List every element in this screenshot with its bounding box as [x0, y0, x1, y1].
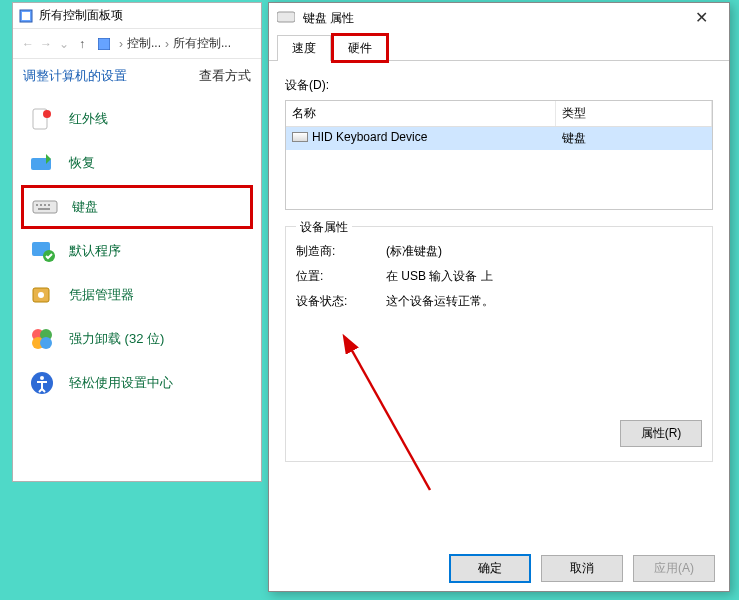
cp-item-credentials[interactable]: 凭据管理器: [21, 273, 253, 317]
explorer-titlebar: 所有控制面板项: [13, 3, 261, 29]
svg-rect-7: [36, 204, 38, 206]
cp-item-infrared[interactable]: 红外线: [21, 97, 253, 141]
tab-label: 硬件: [348, 41, 372, 55]
device-name: HID Keyboard Device: [312, 130, 427, 144]
tab-hardware[interactable]: 硬件: [333, 35, 387, 61]
svg-rect-1: [22, 12, 30, 20]
dialog-titlebar[interactable]: 键盘 属性 ✕: [269, 3, 729, 33]
explorer-subheader: 调整计算机的设置 查看方式: [13, 59, 261, 93]
prop-row-manufacturer: 制造商: (标准键盘): [296, 243, 702, 260]
recovery-icon: [29, 150, 55, 176]
cp-item-default-programs[interactable]: 默认程序: [21, 229, 253, 273]
svg-rect-6: [33, 201, 57, 213]
prop-row-status: 设备状态: 这个设备运转正常。: [296, 293, 702, 310]
cp-item-recovery[interactable]: 恢复: [21, 141, 253, 185]
device-row[interactable]: HID Keyboard Device 键盘: [286, 127, 712, 150]
svg-rect-2: [98, 38, 110, 50]
breadcrumb[interactable]: 所有控制...: [173, 35, 231, 52]
cp-item-label: 红外线: [69, 110, 108, 128]
control-panel-window: 所有控制面板项 ← → ⌄ ↑ › 控制... › 所有控制... 调整计算机的…: [12, 2, 262, 482]
device-name-cell: HID Keyboard Device: [286, 127, 556, 150]
forward-icon: →: [37, 37, 55, 51]
svg-point-4: [43, 110, 51, 118]
chevron-right-icon[interactable]: ›: [119, 37, 123, 51]
cp-item-ease-of-access[interactable]: 轻松使用设置中心: [21, 361, 253, 405]
dialog-body: 设备(D): 名称 类型 HID Keyboard Device 键盘 设备属性…: [269, 61, 729, 545]
prop-value: 在 USB 输入设备 上: [386, 268, 493, 285]
close-button[interactable]: ✕: [681, 4, 721, 32]
dialog-footer: 确定 取消 应用(A): [269, 545, 729, 591]
cp-item-uninstall[interactable]: 强力卸载 (32 位): [21, 317, 253, 361]
device-type-cell: 键盘: [556, 127, 712, 150]
svg-rect-8: [40, 204, 42, 206]
device-properties-group: 设备属性 制造商: (标准键盘) 位置: 在 USB 输入设备 上 设备状态: …: [285, 226, 713, 462]
cp-item-label: 恢复: [69, 154, 95, 172]
svg-rect-22: [277, 12, 295, 22]
devices-label: 设备(D):: [285, 77, 713, 94]
control-panel-list: 红外线 恢复 键盘 默认程序 凭据管理器: [13, 93, 261, 409]
svg-rect-9: [44, 204, 46, 206]
group-legend: 设备属性: [296, 219, 352, 236]
cp-item-label: 键盘: [72, 198, 98, 216]
svg-rect-10: [48, 204, 50, 206]
device-list-header: 名称 类型: [286, 101, 712, 127]
back-icon[interactable]: ←: [19, 37, 37, 51]
breadcrumb[interactable]: 控制...: [127, 35, 161, 52]
keyboard-icon: [292, 132, 308, 142]
chevron-right-icon[interactable]: ›: [165, 37, 169, 51]
prop-key: 设备状态:: [296, 293, 386, 310]
cp-item-label: 强力卸载 (32 位): [69, 330, 164, 348]
dialog-title: 键盘 属性: [303, 10, 354, 27]
svg-point-19: [40, 337, 52, 349]
column-type[interactable]: 类型: [556, 101, 712, 126]
infrared-icon: [29, 106, 55, 132]
prop-key: 制造商:: [296, 243, 386, 260]
history-dropdown-icon[interactable]: ⌄: [55, 37, 73, 51]
tab-label: 速度: [292, 41, 316, 55]
prop-value: (标准键盘): [386, 243, 442, 260]
cp-item-label: 凭据管理器: [69, 286, 134, 304]
ease-of-access-icon: [29, 370, 55, 396]
ok-button[interactable]: 确定: [449, 554, 531, 583]
svg-point-21: [40, 376, 44, 380]
uninstall-icon: [29, 326, 55, 352]
tab-strip: 速度 硬件: [269, 33, 729, 61]
control-panel-icon: [19, 9, 33, 23]
svg-point-15: [38, 292, 44, 298]
properties-button[interactable]: 属性(R): [620, 420, 702, 447]
column-name[interactable]: 名称: [286, 101, 556, 126]
cp-item-label: 默认程序: [69, 242, 121, 260]
explorer-address-bar[interactable]: ← → ⌄ ↑ › 控制... › 所有控制...: [13, 29, 261, 59]
credentials-icon: [29, 282, 55, 308]
prop-key: 位置:: [296, 268, 386, 285]
apply-button: 应用(A): [633, 555, 715, 582]
control-panel-icon: [97, 37, 111, 51]
keyboard-icon: [32, 194, 58, 220]
device-list[interactable]: 名称 类型 HID Keyboard Device 键盘: [285, 100, 713, 210]
keyboard-properties-dialog: 键盘 属性 ✕ 速度 硬件 设备(D): 名称 类型 HID Keyboard …: [268, 2, 730, 592]
svg-rect-11: [38, 208, 50, 210]
cancel-button[interactable]: 取消: [541, 555, 623, 582]
default-programs-icon: [29, 238, 55, 264]
cp-item-keyboard[interactable]: 键盘: [21, 185, 253, 229]
explorer-title: 所有控制面板项: [39, 7, 123, 24]
view-mode-label[interactable]: 查看方式: [199, 67, 251, 85]
prop-row-location: 位置: 在 USB 输入设备 上: [296, 268, 702, 285]
cp-item-label: 轻松使用设置中心: [69, 374, 173, 392]
up-icon[interactable]: ↑: [73, 37, 91, 51]
tab-speed[interactable]: 速度: [277, 35, 331, 61]
keyboard-icon: [277, 10, 295, 27]
prop-value: 这个设备运转正常。: [386, 293, 494, 310]
page-heading: 调整计算机的设置: [23, 67, 127, 85]
